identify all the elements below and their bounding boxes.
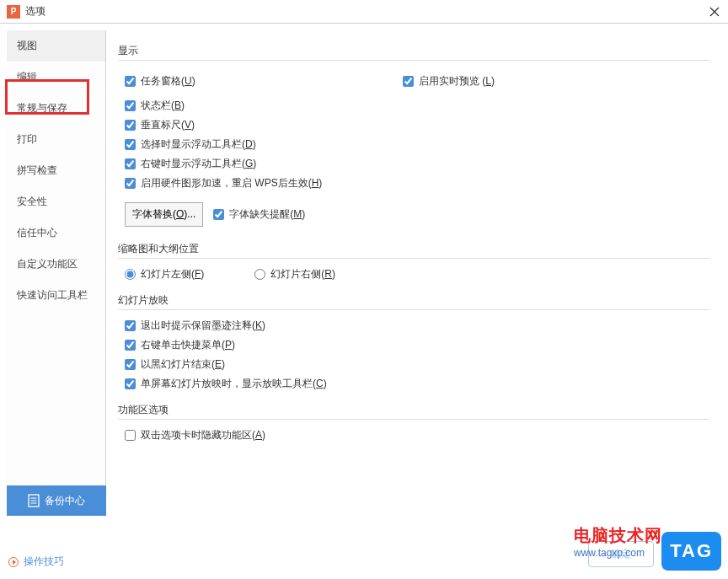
label-ruler: 垂直标尺(V)	[141, 118, 195, 132]
backup-icon	[28, 494, 40, 507]
app-icon: P	[7, 5, 20, 19]
label-single-toolbar: 单屏幕幻灯片放映时，显示放映工具栏(C)	[141, 377, 327, 391]
checkbox-ruler[interactable]	[125, 120, 136, 131]
sidebar-item-trust[interactable]: 信任中心	[7, 217, 105, 249]
font-replace-button[interactable]: 字体替换(O)...	[125, 202, 203, 227]
tips-link[interactable]: 操作技巧	[8, 555, 64, 569]
sidebar-item-print[interactable]: 打印	[7, 124, 105, 155]
checkbox-taskpane[interactable]	[125, 76, 136, 87]
label-blackend: 以黑幻灯片结束(E)	[141, 357, 225, 372]
checkbox-floating-select[interactable]	[125, 139, 136, 150]
sidebar: 视图 编辑 常规与保存 打印 拼写检查 安全性 信任中心 自定义功能区 快速访问…	[7, 30, 106, 485]
sidebar-item-qat[interactable]: 快速访问工具栏	[7, 280, 105, 311]
label-dbltab: 双击选项卡时隐藏功能区(A)	[141, 428, 265, 442]
checkbox-font-missing[interactable]	[213, 209, 224, 220]
window-title: 选项	[25, 4, 46, 19]
checkbox-hwaccel[interactable]	[125, 178, 136, 189]
section-ribbon: 功能区选项	[118, 403, 709, 420]
sidebar-item-spell[interactable]: 拼写检查	[7, 155, 105, 186]
section-display: 显示	[118, 44, 709, 61]
sidebar-item-security[interactable]: 安全性	[7, 186, 105, 217]
label-floating-select: 选择时显示浮动工具栏(D)	[141, 137, 256, 152]
radio-thumb-right[interactable]	[254, 269, 265, 280]
radio-thumb-left[interactable]	[125, 269, 136, 280]
checkbox-dbltab[interactable]	[125, 430, 136, 441]
checkbox-rightclick-menu[interactable]	[125, 340, 136, 351]
sidebar-item-edit[interactable]: 编辑	[7, 62, 105, 93]
section-slideshow: 幻灯片放映	[118, 293, 709, 310]
label-rightclick-menu: 右键单击快捷菜单(P)	[141, 338, 235, 352]
checkbox-floating-right[interactable]	[125, 158, 136, 169]
play-icon	[8, 557, 19, 567]
label-font-missing: 字体缺失提醒(M)	[229, 207, 305, 222]
close-button[interactable]	[706, 3, 723, 20]
label-taskpane: 任务窗格(U)	[141, 74, 195, 88]
checkbox-preview[interactable]	[403, 76, 414, 87]
backup-center-button[interactable]: 备份中心	[7, 485, 106, 516]
content-panel: 显示 任务窗格(U) 启用实时预览 (L) 状态栏(B) 垂直标尺(V) 选择时…	[106, 30, 721, 523]
checkbox-ink[interactable]	[125, 320, 136, 331]
sidebar-item-view[interactable]: 视图	[7, 30, 105, 62]
close-icon	[709, 7, 720, 17]
titlebar: P 选项	[0, 0, 728, 24]
label-floating-right: 右键时显示浮动工具栏(G)	[141, 157, 256, 171]
checkbox-statusbar[interactable]	[125, 100, 136, 111]
checkbox-single-toolbar[interactable]	[125, 378, 136, 389]
label-thumb-right: 幻灯片右侧(R)	[270, 267, 335, 281]
section-thumb: 缩略图和大纲位置	[118, 242, 709, 259]
label-preview: 启用实时预览 (L)	[419, 74, 495, 88]
label-hwaccel: 启用硬件图形加速，重启 WPS后生效(H)	[141, 176, 322, 190]
label-statusbar: 状态栏(B)	[141, 99, 185, 113]
label-thumb-left: 幻灯片左侧(F)	[141, 267, 204, 281]
backup-label: 备份中心	[45, 494, 85, 508]
label-ink: 退出时提示保留墨迹注释(K)	[141, 319, 265, 333]
ok-button[interactable]: 确定	[588, 541, 654, 567]
sidebar-item-ribbon[interactable]: 自定义功能区	[7, 249, 105, 280]
tag-badge: TAG	[661, 532, 721, 571]
tips-label: 操作技巧	[24, 555, 64, 569]
checkbox-blackend[interactable]	[125, 359, 136, 370]
sidebar-item-general-save[interactable]: 常规与保存	[7, 93, 105, 124]
